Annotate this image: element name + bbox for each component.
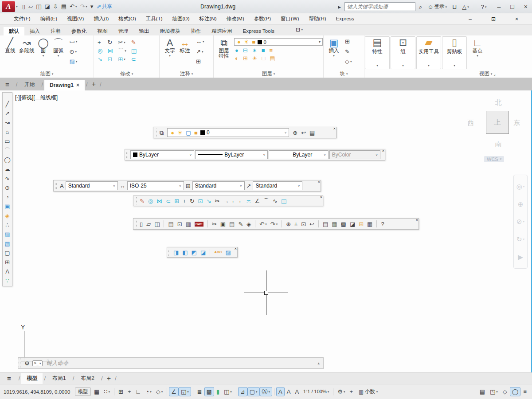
- ribbon-display-toggle[interactable]: ⊡▾: [288, 24, 311, 36]
- layer-unlock-icon[interactable]: □: [261, 55, 266, 62]
- close-tab-icon[interactable]: ×: [76, 82, 79, 88]
- ribbon-tab-output[interactable]: 输出: [134, 27, 155, 36]
- multiline-text-tool[interactable]: A: [4, 268, 10, 275]
- polyline-button[interactable]: ↝多段线: [18, 37, 36, 58]
- layer-isolate-icon[interactable]: ⊟: [242, 47, 249, 54]
- ribbon-display-toggle[interactable]: ⊡▾: [290, 25, 308, 35]
- file-tab-menu-button[interactable]: ≡: [4, 81, 10, 88]
- create-block-tool[interactable]: ◈: [4, 212, 11, 219]
- annotation-scale-value[interactable]: 1:1 / 100%▾: [301, 388, 331, 395]
- menu-modify[interactable]: 修改(M): [221, 15, 249, 23]
- selection-cycling-toggle[interactable]: ▮: [215, 387, 221, 396]
- tool-palettes-icon[interactable]: ▩: [340, 221, 347, 227]
- toolbar-grip[interactable]: [168, 248, 170, 256]
- send-under-objects-icon[interactable]: ◪: [200, 249, 207, 256]
- autoscale-toggle[interactable]: A: [277, 387, 284, 396]
- start-tab[interactable]: 开始: [19, 78, 40, 90]
- spline-tool[interactable]: ∿: [4, 175, 11, 182]
- nav-zoom-icon[interactable]: ⊘▾: [516, 218, 525, 225]
- multileader-style-icon[interactable]: ↗: [246, 183, 252, 189]
- insert-block-tool[interactable]: ▣: [4, 203, 11, 210]
- quickcalc-icon[interactable]: ▦: [366, 221, 373, 227]
- draw-panel-label[interactable]: 绘图▾: [0, 70, 94, 77]
- erase-icon[interactable]: ✎: [139, 198, 145, 204]
- application-menu-caret-icon[interactable]: ▾: [16, 4, 18, 8]
- layer-lock-tool-icon[interactable]: ■: [261, 47, 266, 54]
- stretch-icon[interactable]: ↘: [205, 198, 212, 204]
- close-toolbar-icon[interactable]: ×: [382, 149, 384, 153]
- command-line-window-icon[interactable]: ▤: [478, 387, 487, 396]
- paste-icon[interactable]: ▤: [228, 221, 235, 227]
- text-to-front-icon[interactable]: ABC: [213, 250, 223, 254]
- dimension-button[interactable]: ↔标注: [177, 37, 192, 58]
- save-icon[interactable]: ◫: [153, 221, 160, 227]
- move-icon[interactable]: +: [182, 198, 187, 204]
- make-object-layer-current-icon[interactable]: ≡: [269, 47, 274, 54]
- recent-commands-button[interactable]: ▴: [317, 361, 320, 365]
- zoom-realtime-icon[interactable]: ±: [293, 221, 298, 227]
- polar-tracking-toggle[interactable]: ◔▾: [144, 387, 153, 396]
- layer-properties-button[interactable]: ⧉图层特性: [216, 37, 231, 59]
- offset-icon[interactable]: ⊂: [165, 198, 172, 204]
- close-button[interactable]: ×: [523, 3, 528, 10]
- utilities-panel-button[interactable]: ▰实用工具▾: [416, 36, 441, 69]
- new-layout-button[interactable]: +: [104, 375, 113, 383]
- trim-button[interactable]: ✂▾: [117, 39, 127, 46]
- sign-in-button[interactable]: ☺登录▾: [426, 4, 448, 10]
- zoom-previous-icon[interactable]: ↩: [309, 221, 315, 227]
- ribbon-tab-annotate[interactable]: 注释: [45, 27, 66, 36]
- trim-icon[interactable]: ✂: [214, 198, 220, 204]
- close-toolbar-icon[interactable]: ×: [318, 180, 320, 184]
- viewcube-east[interactable]: 东: [513, 119, 520, 127]
- infer-constraints-toggle[interactable]: ⊞: [117, 387, 125, 396]
- chamfer-icon[interactable]: ∠: [254, 198, 261, 204]
- offset-button[interactable]: ⊂: [130, 56, 137, 63]
- app-store-icon[interactable]: ⊔: [451, 4, 458, 10]
- graphics-performance-toggle[interactable]: ◇: [501, 387, 509, 396]
- viewcube-west[interactable]: 西: [467, 119, 474, 127]
- ortho-toggle[interactable]: ∟: [134, 387, 143, 396]
- ribbon-tab-manage[interactable]: 管理: [113, 27, 134, 36]
- doc-restore-button[interactable]: ⊡: [486, 15, 501, 23]
- modify-panel-label[interactable]: 修改▾: [94, 70, 159, 77]
- dynamic-input-toggle[interactable]: +: [126, 387, 133, 396]
- break-icon[interactable]: ⌐: [239, 198, 244, 204]
- share-button[interactable]: ⇗共享: [95, 3, 113, 10]
- annotation-monitor-toggle[interactable]: ◳▾: [488, 387, 500, 396]
- circle-button[interactable]: ◯圆▾: [36, 37, 51, 58]
- drawing-area[interactable]: [-][俯视][二维线框] ╱↗↝⌂▭⌒◯☁∿⊙◔▣◈∴▨▧▢⊞A∵ ⧉ ●☀▢…: [0, 90, 532, 372]
- array-icon[interactable]: ⊞: [173, 198, 180, 204]
- doc-close-button[interactable]: ×: [510, 15, 523, 23]
- bring-above-objects-icon[interactable]: ◩: [191, 249, 198, 256]
- text-button[interactable]: A文字▾: [162, 37, 177, 58]
- view-panel-label[interactable]: 视图▾⌟: [467, 70, 507, 77]
- layer-properties-icon[interactable]: ⧉: [159, 129, 164, 136]
- minimize-button[interactable]: –: [497, 3, 502, 10]
- model-tab[interactable]: 模型: [21, 373, 43, 384]
- plot-icon[interactable]: ▤: [60, 3, 67, 10]
- block-editor-icon[interactable]: ◈: [246, 221, 252, 227]
- clean-screen-toggle[interactable]: ◯: [510, 387, 520, 396]
- units-control[interactable]: ▥ 小数 ▾: [359, 388, 378, 395]
- color-control-combo[interactable]: ByLayer˅: [130, 150, 194, 159]
- hatch-tool[interactable]: ▨: [4, 231, 11, 238]
- copy-clip-icon[interactable]: ▣: [219, 221, 227, 227]
- save-to-mobile-icon[interactable]: ⇩: [52, 3, 59, 10]
- toolbar-grip[interactable]: [134, 197, 137, 205]
- menu-edit[interactable]: 编辑(E): [35, 15, 62, 23]
- extend-icon[interactable]: →: [222, 198, 230, 204]
- ribbon-tab-view[interactable]: 视图: [92, 27, 113, 36]
- dynamic-ucs-toggle[interactable]: ⊿: [239, 387, 247, 396]
- annotate-panel-label[interactable]: 注释▾: [160, 70, 213, 77]
- transparency-toggle[interactable]: ▩: [205, 387, 214, 396]
- block-panel-label[interactable]: 块▾: [324, 70, 364, 77]
- toolbar-grip[interactable]: [154, 128, 156, 137]
- fillet-button[interactable]: ⌒▾: [117, 47, 127, 54]
- menu-parametric[interactable]: 参数(P): [249, 15, 276, 23]
- maximize-button[interactable]: □: [509, 3, 515, 10]
- chevron-down-icon[interactable]: ˅: [282, 131, 287, 135]
- command-line-grip[interactable]: [18, 358, 21, 368]
- line-button[interactable]: ╱直线: [3, 37, 18, 58]
- menu-draw[interactable]: 绘图(D): [168, 15, 195, 23]
- layer-match-icon[interactable]: ▤: [269, 55, 276, 62]
